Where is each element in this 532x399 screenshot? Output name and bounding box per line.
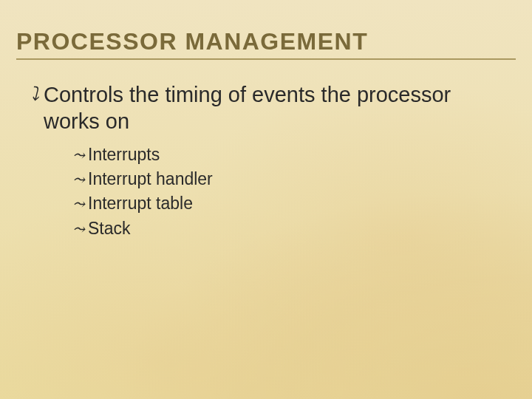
bullet-text: Controls the timing of events the proces… [44, 81, 488, 135]
slide-title: PROCESSOR MANAGEMENT [16, 28, 516, 60]
sub-bullet-text: Interrupt table [88, 191, 193, 216]
sub-bullet-icon: ⤳ [72, 145, 85, 166]
sub-bullet-list: ⤳ Interrupts ⤳ Interrupt handler ⤳ Inter… [72, 143, 488, 241]
bullet-icon: ⤵ [30, 83, 39, 107]
sub-bullet: ⤳ Interrupt table [72, 191, 488, 216]
sub-bullet-text: Stack [88, 216, 131, 241]
sub-bullet: ⤳ Interrupts [72, 143, 488, 167]
bullet-level1: ⤵ Controls the timing of events the proc… [30, 81, 488, 135]
slide: PROCESSOR MANAGEMENT ⤵ Controls the timi… [0, 0, 532, 399]
sub-bullet: ⤳ Stack [72, 216, 488, 241]
sub-bullet-text: Interrupts [88, 143, 160, 167]
slide-body: ⤵ Controls the timing of events the proc… [30, 81, 488, 241]
sub-bullet-text: Interrupt handler [88, 167, 213, 191]
sub-bullet-icon: ⤳ [72, 194, 85, 215]
sub-bullet-icon: ⤳ [72, 169, 85, 191]
sub-bullet: ⤳ Interrupt handler [72, 167, 488, 191]
sub-bullet-icon: ⤳ [72, 219, 85, 240]
